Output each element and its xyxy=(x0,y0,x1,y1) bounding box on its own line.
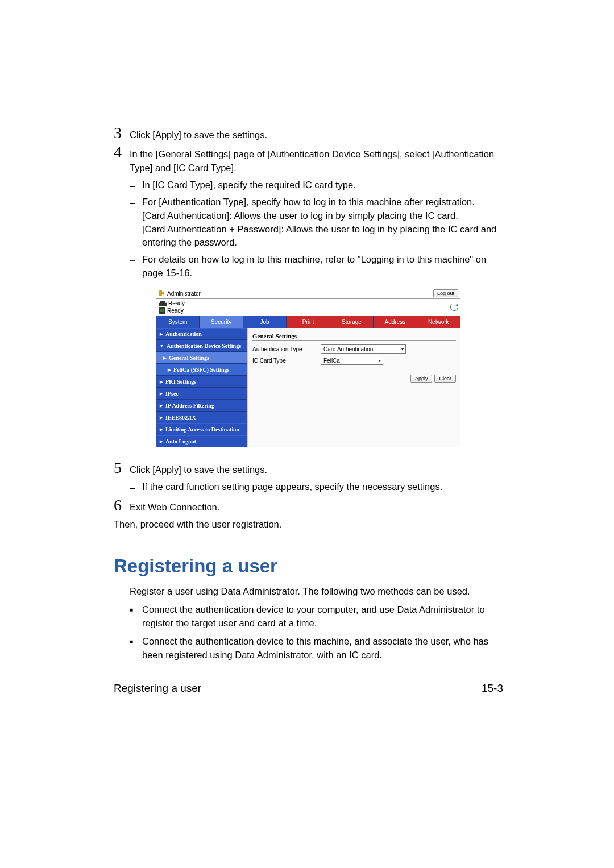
sidebar-item-general-settings[interactable]: General Settings xyxy=(156,352,247,364)
clear-button[interactable]: Clear xyxy=(434,375,456,383)
sidebar-item-authentication[interactable]: Authentication xyxy=(156,328,247,340)
logout-button[interactable]: Log out xyxy=(433,289,458,297)
sidebar-item-ipsec[interactable]: IPsec xyxy=(156,388,247,400)
sidebar-item-felica-settings[interactable]: FeliCa (SSFC) Settings xyxy=(156,364,247,376)
step-number: 6 xyxy=(114,497,130,513)
sidebar-item-pki-settings[interactable]: PKI Settings xyxy=(156,376,247,388)
step-text: Exit Web Connection. xyxy=(130,497,503,514)
step-3: 3 Click [Apply] to save the settings. xyxy=(114,125,503,142)
subitem: In [IC Card Type], specify the required … xyxy=(130,178,503,192)
ss-status: Ready Ready xyxy=(156,299,460,316)
tab-security[interactable]: Security xyxy=(200,316,243,328)
status-ready: Ready xyxy=(167,308,184,314)
ic-card-type-value: FeliCa xyxy=(323,358,340,364)
chevron-down-icon: ▾ xyxy=(401,347,404,352)
step-5-sublist: If the card function setting page appear… xyxy=(114,480,503,494)
embedded-screenshot: Administrator Log out Ready Ready System… xyxy=(156,288,460,447)
ss-main-panel: General Settings Authentication Type Car… xyxy=(247,328,460,447)
sidebar-item-auto-logout[interactable]: Auto Logout xyxy=(156,435,247,447)
sidebar-item-ip-filtering[interactable]: IP Address Filtering xyxy=(156,400,247,412)
admin-label: Administrator xyxy=(167,290,201,297)
follow-text: Then, proceed with the user registration… xyxy=(114,518,503,531)
ic-card-type-select[interactable]: FeliCa ▾ xyxy=(321,356,383,365)
footer-left: Registering a user xyxy=(114,682,201,695)
subitem: For details on how to log in to this mac… xyxy=(130,253,503,280)
auth-type-select[interactable]: Card Authentication ▾ xyxy=(321,344,406,354)
step-text: Click [Apply] to save the settings. xyxy=(130,125,503,142)
tab-network[interactable]: Network xyxy=(417,316,460,328)
tab-print[interactable]: Print xyxy=(287,316,330,328)
register-methods: Connect the authentication device to you… xyxy=(114,603,503,662)
sidebar-item-auth-device-settings[interactable]: Authentication Device Settings xyxy=(156,340,247,352)
footer-right: 15-3 xyxy=(482,682,503,695)
bullet-item: Connect the authentication device to you… xyxy=(130,603,503,630)
tab-address[interactable]: Address xyxy=(374,316,417,328)
printer-icon xyxy=(159,301,167,306)
sidebar-item-ieee8021x[interactable]: IEEE802.1X xyxy=(156,412,247,423)
status-ready: Ready xyxy=(168,300,185,306)
panel-title: General Settings xyxy=(252,333,456,339)
chevron-down-icon: ▾ xyxy=(379,358,381,363)
step-4: 4 In the [General Settings] page of [Aut… xyxy=(114,144,503,175)
section-heading: Registering a user xyxy=(114,555,503,577)
tab-job[interactable]: Job xyxy=(243,316,287,328)
sidebar-item-limiting-access[interactable]: Limiting Access to Destination xyxy=(156,423,247,435)
auth-type-label: Authentication Type xyxy=(252,346,321,352)
page-footer: Registering a user 15-3 xyxy=(114,676,503,695)
step-number: 5 xyxy=(114,460,130,476)
ss-sidebar: Authentication Authentication Device Set… xyxy=(156,328,247,447)
section-intro: Register a user using Data Administrator… xyxy=(114,585,503,599)
step-text: Click [Apply] to save the settings. xyxy=(130,460,503,477)
apply-button[interactable]: Apply xyxy=(410,375,433,383)
toner-icon xyxy=(159,307,165,314)
step-number: 3 xyxy=(114,125,130,141)
step-5: 5 Click [Apply] to save the settings. xyxy=(114,460,503,477)
ss-tabs: System Security Job Print Storage Addres… xyxy=(156,316,460,328)
refresh-icon[interactable] xyxy=(450,303,458,311)
tab-storage[interactable]: Storage xyxy=(330,316,374,328)
bullet-item: Connect the authentication device to thi… xyxy=(130,635,503,662)
auth-type-value: Card Authentication xyxy=(323,346,373,352)
subitem: If the card function setting page appear… xyxy=(130,480,503,494)
subitem: For [Authentication Type], specify how t… xyxy=(130,196,503,250)
step-4-sublist: In [IC Card Type], specify the required … xyxy=(114,178,503,280)
key-icon xyxy=(159,290,165,296)
ss-topbar: Administrator Log out xyxy=(156,288,460,299)
ic-card-type-label: IC Card Type xyxy=(252,358,321,364)
step-6: 6 Exit Web Connection. xyxy=(114,497,503,514)
step-number: 4 xyxy=(114,144,130,160)
step-text: In the [General Settings] page of [Authe… xyxy=(130,144,503,175)
tab-system[interactable]: System xyxy=(156,316,200,328)
